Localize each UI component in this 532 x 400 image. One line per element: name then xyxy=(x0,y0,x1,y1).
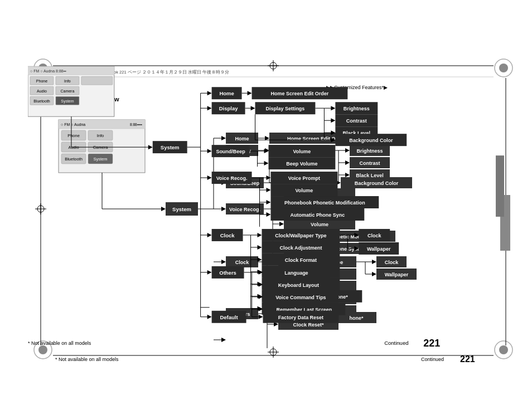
contrast-main-label: Contrast xyxy=(346,118,367,124)
svg-marker-161 xyxy=(266,212,270,217)
svg-marker-202 xyxy=(259,315,263,319)
clock-main-label: Clock xyxy=(220,232,235,238)
home-node-label: Home xyxy=(219,90,234,96)
clock-opt-main-label: Clock xyxy=(367,233,381,238)
others-main-label: Others xyxy=(219,270,236,276)
svg-marker-151 xyxy=(207,175,212,180)
svg-rect-112 xyxy=(81,76,113,85)
screen-header-text: ○ FM ○ Audna 8:88▪▪ xyxy=(30,69,66,73)
svg-marker-141 xyxy=(331,138,335,142)
footer-continued-main: Continued xyxy=(384,340,408,346)
default-main-label: Default xyxy=(220,314,239,320)
svg-marker-190 xyxy=(207,270,212,275)
svg-marker-149 xyxy=(264,161,269,165)
svg-marker-127 xyxy=(207,106,212,110)
voice-command-tips-main-label: Voice Command Tips xyxy=(275,295,326,300)
keyboard-layout-main-label: Keyboard Layout xyxy=(278,282,319,288)
svg-marker-143 xyxy=(207,149,212,153)
svg-marker-137 xyxy=(331,130,335,135)
footer-note-main: * Not available on all models xyxy=(28,340,91,346)
clock-wallpaper-main-label: Clock/Wallpaper Type xyxy=(275,233,326,238)
svg-marker-167 xyxy=(258,233,262,237)
system-node-label: System xyxy=(161,144,180,150)
volume-voice-main-label: Volume xyxy=(296,188,313,193)
features-sidebar-main xyxy=(496,155,504,217)
sound-beep-main-label: Sound/Beep xyxy=(216,149,245,154)
clock-adj-main-label: Clock Adjustment xyxy=(279,245,322,251)
brightness-main-label: Brightness xyxy=(344,106,370,111)
svg-marker-119 xyxy=(148,145,153,149)
factory-reset-main-label: Factory Data Reset xyxy=(278,315,323,320)
wallpaper-main-label: Wallpaper xyxy=(367,246,391,252)
svg-marker-163 xyxy=(207,233,212,237)
btn-system-2: System xyxy=(61,99,74,104)
svg-marker-159 xyxy=(266,200,270,204)
volume-main-label: Volume xyxy=(293,149,311,154)
auto-phone-sync-main-label: Automatic Phone Sync xyxy=(291,212,345,218)
btn-audio-2: Audio xyxy=(37,89,47,93)
svg-marker-175 xyxy=(258,245,262,250)
svg-marker-129 xyxy=(251,106,255,110)
phonebook-main-label: Phonebook Phonetic Modification xyxy=(284,200,365,206)
svg-marker-171 xyxy=(354,233,359,237)
svg-marker-155 xyxy=(266,175,270,180)
svg-marker-133 xyxy=(331,106,335,110)
clock-format-main-label: Clock Format xyxy=(285,257,317,263)
svg-marker-173 xyxy=(354,246,359,251)
btn-info-2: Info xyxy=(64,79,71,83)
svg-marker-157 xyxy=(266,188,270,192)
voice-recog-main-label: Voice Recog. xyxy=(216,175,248,181)
btn-bluetooth-2: Bluetooth xyxy=(33,99,50,103)
beep-volume-main-label: Beep Volume xyxy=(286,161,317,167)
background-color-main-label: Background Color xyxy=(349,138,393,143)
svg-marker-204 xyxy=(207,315,212,319)
svg-marker-135 xyxy=(331,118,335,123)
language-main-label: Language xyxy=(284,270,308,276)
btn-camera-2: Camera xyxy=(60,89,74,93)
btn-phone-2: Phone xyxy=(36,79,47,83)
display-node-label: Display xyxy=(219,105,238,111)
svg-marker-125 xyxy=(248,91,252,95)
features-sidebar-label: Features xyxy=(475,176,481,196)
voice-prompt-main-label: Voice Prompt xyxy=(288,175,320,181)
svg-marker-177 xyxy=(258,257,262,262)
svg-marker-123 xyxy=(207,91,212,95)
page-number-main: 221 xyxy=(423,338,440,349)
svg-marker-147 xyxy=(264,149,269,153)
home-screen-edit-label: Home Screen Edit Order xyxy=(271,91,329,96)
display-settings-main-label: Display Settings xyxy=(266,106,305,111)
